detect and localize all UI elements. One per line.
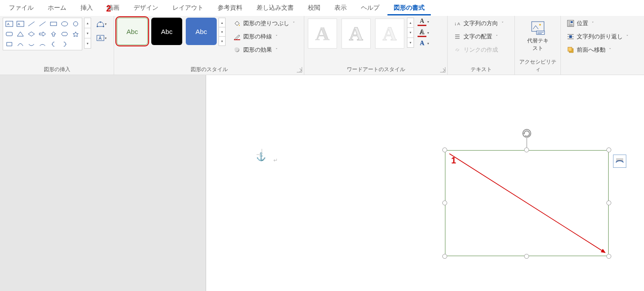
svg-line-5 [39, 22, 46, 26]
shape-styles-gallery[interactable]: Abc Abc Abc [117, 18, 217, 45]
text-outline-icon: A [418, 29, 426, 36]
shapes-gallery[interactable]: A A [3, 18, 82, 50]
tab-insert[interactable]: 挿入 [74, 0, 99, 15]
text-wrap-button[interactable]: 文字列の折り返し˅ [564, 31, 632, 42]
shape-arrow-right-icon[interactable] [37, 29, 48, 39]
bring-forward-button[interactable]: 前面へ移動˅ [564, 44, 632, 56]
shape-rectangle[interactable] [445, 150, 609, 256]
tab-design[interactable]: デザイン [127, 0, 165, 15]
shape-freeform-icon[interactable] [4, 39, 15, 49]
text-effects-button[interactable]: A ▾ [418, 40, 430, 47]
shape-outline-button[interactable]: 図形の枠線˅ [230, 31, 299, 42]
group-wordart-styles: A A A ▴ ▾ ▾ A ▾ A [304, 16, 448, 75]
spinner-up-icon[interactable]: ▴ [407, 18, 414, 28]
svg-marker-12 [39, 32, 46, 36]
rotate-handle[interactable] [522, 129, 531, 138]
tab-draw[interactable]: 描画 [101, 0, 126, 15]
workspace: ⚓ ↵ 1 [0, 75, 644, 291]
tab-view[interactable]: 表示 [328, 0, 353, 15]
shape-styles-dialog-launcher[interactable] [297, 67, 302, 72]
spinner-more-icon[interactable]: ▾ [407, 38, 414, 47]
paragraph-return-icon: ↵ [273, 157, 278, 163]
group-label-insert-shapes: 図形の挿入 [3, 64, 111, 74]
text-fill-button[interactable]: A ▾ [418, 18, 430, 26]
spinner-more-icon[interactable]: ▾ [219, 37, 225, 45]
text-fill-icon: A [418, 18, 426, 25]
resize-handle-tl[interactable] [442, 147, 447, 152]
shape-hexagon-icon[interactable] [59, 29, 70, 39]
shape-textbox-icon[interactable]: A [4, 19, 15, 29]
group-label-shape-styles: 図形のスタイル [117, 64, 301, 74]
draw-textbox-button[interactable]: A▾ [95, 32, 108, 44]
text-direction-button[interactable]: ↓A 文字列の方向˅ [450, 18, 507, 29]
shape-diamond-icon[interactable] [26, 29, 37, 39]
shape-arrow-up-icon[interactable] [48, 29, 59, 39]
shape-line2-icon[interactable] [37, 19, 48, 29]
style-thumb-1[interactable]: Abc [117, 18, 148, 45]
resize-handle-bl[interactable] [442, 254, 447, 259]
shape-rect-icon[interactable] [48, 19, 59, 29]
position-button[interactable]: 位置˅ [564, 18, 632, 29]
style-thumb-2[interactable]: Abc [151, 18, 182, 45]
tab-references[interactable]: 参考資料 [211, 0, 249, 15]
wordart-gallery[interactable]: A A A [307, 18, 405, 49]
wordart-thumb-3[interactable]: A [375, 19, 404, 49]
resize-handle-tr[interactable] [606, 147, 611, 152]
shape-arc-icon[interactable] [37, 39, 48, 49]
shape-effects-icon [234, 46, 241, 53]
resize-handle-bm[interactable] [524, 254, 529, 259]
text-outline-button[interactable]: A ▾ [418, 29, 430, 37]
resize-handle-ml[interactable] [442, 200, 447, 205]
shape-brace-l-icon[interactable] [48, 39, 59, 49]
shape-circle-icon[interactable] [70, 19, 81, 29]
spinner-more-icon[interactable]: ▾ [84, 38, 91, 48]
wordart-styles-dialog-launcher[interactable] [440, 67, 445, 72]
styles-gallery-spinner[interactable]: ▴ ▾ ▾ [218, 18, 226, 46]
shape-roundrect-icon[interactable] [4, 29, 15, 39]
svg-point-17 [96, 26, 98, 27]
alt-text-button[interactable]: 代替テキスト [525, 18, 550, 55]
spinner-up-icon[interactable]: ▴ [84, 18, 91, 28]
spinner-up-icon[interactable]: ▴ [219, 18, 225, 27]
document-page[interactable]: ⚓ ↵ 1 [206, 75, 644, 291]
style-thumb-3[interactable]: Abc [186, 18, 217, 45]
shape-textbox2-icon[interactable]: A [15, 19, 26, 29]
wordart-thumb-1[interactable]: A [308, 19, 337, 49]
text-effects-icon: A [418, 40, 426, 47]
shape-brace-r-icon[interactable] [59, 39, 70, 49]
layout-options-button[interactable] [613, 155, 626, 168]
shape-oval-icon[interactable] [59, 19, 70, 29]
tab-mailmerge[interactable]: 差し込み文書 [250, 0, 300, 15]
text-align-button[interactable]: 文字の配置˅ [450, 31, 507, 42]
svg-rect-41 [569, 35, 572, 38]
edit-shape-button[interactable]: ▾ [95, 18, 108, 30]
wordart-gallery-spinner[interactable]: ▴ ▾ ▾ [407, 18, 414, 48]
svg-rect-30 [532, 22, 544, 31]
svg-rect-36 [571, 21, 573, 23]
group-label-arrange [564, 72, 641, 74]
tab-help[interactable]: ヘルプ [355, 0, 386, 15]
tab-review[interactable]: 校閲 [302, 0, 326, 15]
resize-handle-br[interactable] [606, 254, 611, 259]
tab-home[interactable]: ホーム [42, 0, 73, 15]
wordart-thumb-2[interactable]: A [341, 19, 371, 49]
svg-text:A: A [18, 22, 20, 26]
shape-star-icon[interactable] [70, 29, 81, 39]
shape-curve1-icon[interactable] [15, 39, 26, 49]
tab-layout[interactable]: レイアウト [166, 0, 210, 15]
resize-handle-mr[interactable] [606, 200, 611, 205]
tab-file[interactable]: ファイル [3, 0, 40, 15]
shapes-gallery-spinner[interactable]: ▴ ▾ ▾ [84, 18, 91, 49]
shape-line-icon[interactable] [26, 19, 37, 29]
spinner-down-icon[interactable]: ▾ [84, 28, 91, 38]
shape-fill-button[interactable]: 図形の塗りつぶし˅ [230, 18, 299, 29]
spinner-down-icon[interactable]: ▾ [219, 27, 225, 37]
shape-triangle-icon[interactable] [15, 29, 26, 39]
shape-curve2-icon[interactable] [26, 39, 37, 49]
navigation-pane[interactable] [0, 75, 206, 291]
shape-effects-button[interactable]: 図形の効果˅ [230, 44, 299, 56]
resize-handle-tm[interactable] [524, 147, 529, 152]
selected-shape[interactable]: 1 [445, 150, 609, 256]
spinner-down-icon[interactable]: ▾ [407, 28, 414, 38]
tab-shape-format[interactable]: 図形の書式 [387, 0, 431, 15]
